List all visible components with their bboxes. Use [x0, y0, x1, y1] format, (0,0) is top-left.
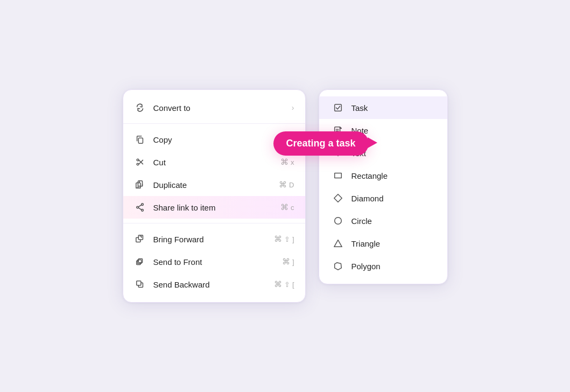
tooltip-text: Creating a task [286, 138, 356, 149]
menu-item-triangle[interactable]: Triangle [319, 232, 447, 255]
svg-rect-23 [334, 104, 341, 111]
right-submenu: Task Note Text [319, 89, 448, 284]
send-back-icon [134, 278, 146, 290]
svg-marker-32 [334, 240, 341, 247]
cut-label: Cut [153, 158, 273, 167]
diamond-label: Diamond [351, 194, 384, 203]
svg-rect-0 [138, 138, 143, 143]
send-backward-shortcut: ⌘ ⇧ [ [274, 279, 294, 289]
divider-1 [123, 123, 305, 124]
convert-icon [134, 102, 146, 114]
menu-item-polygon[interactable]: Polygon [319, 255, 447, 277]
polygon-icon [332, 260, 344, 272]
svg-rect-22 [136, 281, 140, 285]
svg-line-14 [138, 205, 141, 207]
share-link-shortcut: ⌘ c [280, 202, 294, 212]
menu-item-send-to-front[interactable]: Send to Front ⌘ ] [123, 250, 305, 273]
send-front-label: Send to Front [153, 257, 275, 267]
duplicate-icon [134, 179, 146, 191]
send-front-icon [134, 256, 146, 268]
menu-item-convert-to[interactable]: Convert to › [123, 96, 305, 119]
diamond-icon [332, 192, 344, 204]
menu-item-bring-forward[interactable]: Bring Forward ⌘ ⇧ ] [123, 228, 305, 250]
menu-item-diamond[interactable]: Diamond [319, 187, 447, 209]
menu-item-share-link[interactable]: Share link to item ⌘ c [123, 196, 305, 219]
cut-shortcut: ⌘ x [280, 157, 294, 167]
triangle-label: Triangle [351, 239, 381, 248]
triangle-icon [332, 237, 344, 249]
rectangle-label: Rectangle [351, 171, 388, 180]
menu-item-circle[interactable]: Circle [319, 209, 447, 232]
divider-2 [123, 223, 305, 223]
share-link-label: Share link to item [153, 203, 273, 212]
menu-item-rectangle[interactable]: Rectangle [319, 164, 447, 187]
circle-icon [332, 215, 344, 227]
bring-forward-shortcut: ⌘ ⇧ ] [274, 234, 294, 244]
copy-icon [134, 134, 146, 145]
left-context-menu: Convert to › Copy ⌘ c [123, 89, 306, 303]
svg-marker-30 [334, 194, 341, 202]
scene: Convert to › Copy ⌘ c [101, 68, 469, 324]
duplicate-shortcut: ⌘ D [279, 180, 294, 190]
menu-item-task[interactable]: Task [319, 96, 447, 119]
polygon-label: Polygon [351, 262, 381, 271]
tooltip-bubble: Creating a task [273, 131, 369, 156]
rectangle-icon [332, 170, 344, 181]
menu-item-duplicate[interactable]: Duplicate ⌘ D [123, 173, 305, 196]
share-icon [134, 201, 146, 213]
send-front-shortcut: ⌘ ] [282, 257, 294, 267]
svg-rect-29 [334, 173, 341, 178]
bring-forward-label: Bring Forward [153, 235, 266, 244]
task-label: Task [351, 103, 368, 113]
svg-point-31 [334, 218, 341, 225]
chevron-right-icon: › [292, 103, 294, 112]
svg-line-15 [138, 208, 141, 210]
menu-item-cut[interactable]: Cut ⌘ x [123, 151, 305, 173]
task-icon [332, 102, 344, 114]
copy-label: Copy [153, 135, 273, 144]
duplicate-label: Duplicate [153, 180, 272, 190]
cut-icon [134, 156, 146, 168]
convert-to-label: Convert to [153, 103, 284, 113]
bring-forward-icon [134, 233, 146, 245]
menu-item-send-backward[interactable]: Send Backward ⌘ ⇧ [ [123, 273, 305, 296]
send-backward-label: Send Backward [153, 280, 266, 289]
svg-marker-33 [334, 263, 341, 270]
circle-label: Circle [351, 216, 372, 226]
